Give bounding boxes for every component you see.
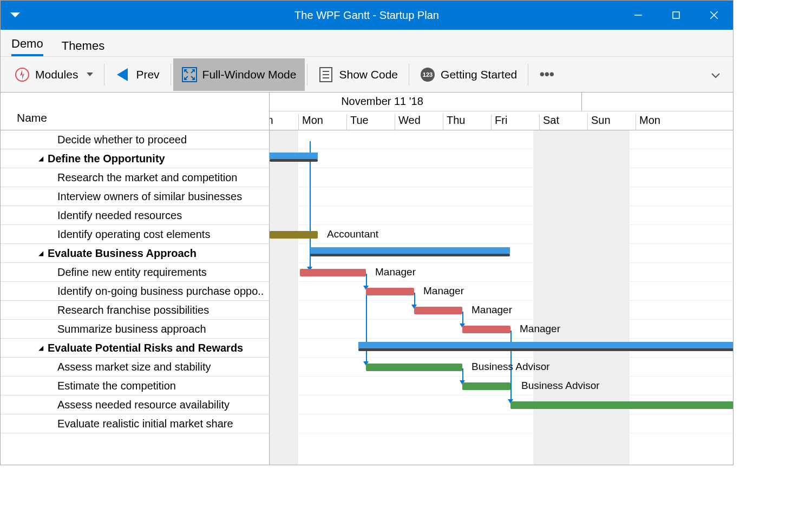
tree-row-label: Research the market and competition: [57, 171, 237, 184]
task-bar[interactable]: [300, 269, 366, 276]
task-bar[interactable]: [366, 288, 414, 295]
qat-dropdown-icon[interactable]: [1, 12, 30, 18]
prev-button[interactable]: Prev: [107, 58, 168, 91]
chart-area: Accountant Manager Manager Manager: [270, 130, 733, 465]
tree-row[interactable]: Assess needed resource availability: [1, 395, 269, 414]
modules-label: Modules: [35, 68, 78, 81]
tree-row[interactable]: Research franchise possibilities: [1, 301, 269, 320]
getting-started-button[interactable]: 123 Getting Started: [411, 58, 526, 91]
day-header: Sat: [539, 114, 587, 130]
gantt-row: [270, 130, 733, 149]
tree-rows: Decide whether to proceedDefine the Oppo…: [1, 130, 269, 465]
triangle-left-icon: [115, 67, 130, 82]
task-bar[interactable]: [366, 364, 462, 371]
task-bar[interactable]: [414, 307, 462, 314]
column-header-name[interactable]: Name: [1, 93, 269, 130]
resource-label: Business Advisor: [521, 380, 600, 392]
getting-started-label: Getting Started: [441, 68, 517, 81]
resource-label: Manager: [472, 304, 512, 316]
svg-marker-6: [20, 70, 22, 76]
document-list-icon: [318, 67, 333, 82]
modules-button[interactable]: Modules: [6, 58, 102, 91]
day-header: Sun: [270, 114, 298, 130]
gantt-row: [270, 414, 733, 433]
tree-row[interactable]: Define new entity requirements: [1, 263, 269, 282]
tree-row[interactable]: Identify operating cost elements: [1, 225, 269, 244]
tree-row-label: Identify on-going business purchase oppo…: [57, 285, 264, 298]
tree-row[interactable]: Assess market size and stability: [1, 358, 269, 377]
gantt-row: [270, 244, 733, 263]
gantt-chart[interactable]: November 11 '18 SunMonTueWedThuFriSatSun…: [270, 93, 733, 465]
tab-demo[interactable]: Demo: [11, 31, 43, 56]
tree-row[interactable]: Identify on-going business purchase oppo…: [1, 282, 269, 301]
gantt-row: Manager: [270, 320, 733, 339]
resource-label: Business Advisor: [472, 361, 550, 373]
tree-row[interactable]: Estimate the competition: [1, 377, 269, 395]
separator: [409, 64, 409, 85]
resource-label: Manager: [520, 323, 560, 335]
maximize-button[interactable]: [657, 1, 695, 30]
tree-row[interactable]: Define the Opportunity: [1, 149, 269, 168]
summary-bar[interactable]: [270, 153, 318, 159]
summary-bar[interactable]: [358, 342, 733, 348]
gantt-content: Name Decide whether to proceedDefine the…: [1, 93, 733, 465]
tree-row-label: Evaluate Business Approach: [48, 247, 197, 260]
task-bar[interactable]: [462, 382, 510, 390]
tree-row-label: Evaluate Potential Risks and Rewards: [48, 342, 243, 354]
tree-row-label: Interview owners of similar businesses: [57, 190, 242, 203]
tree-row[interactable]: Interview owners of similar businesses: [1, 187, 269, 206]
task-bar[interactable]: [270, 231, 318, 239]
tree-row-label: Evaluate realistic initial market share: [57, 418, 233, 430]
day-header: Fri: [491, 114, 539, 130]
show-code-button[interactable]: Show Code: [310, 58, 407, 91]
timeline-month-label: November 11 '18: [270, 95, 614, 108]
gantt-row: [270, 187, 733, 206]
tree-row[interactable]: Identify needed resources: [1, 206, 269, 225]
tree-row[interactable]: Evaluate Business Approach: [1, 244, 269, 263]
full-window-button[interactable]: Full-Window Mode: [173, 58, 305, 91]
tree-row[interactable]: Evaluate Potential Risks and Rewards: [1, 339, 269, 358]
task-bar[interactable]: [510, 401, 733, 409]
prev-label: Prev: [136, 68, 159, 81]
chevron-down-icon: [711, 73, 720, 78]
gantt-row: Business Advisor: [270, 377, 733, 395]
tree-row-label: Identify needed resources: [57, 209, 182, 222]
close-button[interactable]: [695, 1, 733, 30]
tree-row-label: Research franchise possibilities: [57, 304, 209, 316]
show-code-label: Show Code: [339, 68, 398, 81]
tree-row[interactable]: Evaluate realistic initial market share: [1, 414, 269, 433]
gantt-row: [270, 395, 733, 414]
summary-progress: [310, 254, 510, 256]
more-button[interactable]: •••: [531, 58, 563, 91]
timeline-header: November 11 '18 SunMonTueWedThuFriSatSun…: [270, 93, 733, 130]
tree-row[interactable]: Summarize business approach: [1, 320, 269, 339]
gantt-row: Manager: [270, 263, 733, 282]
tree-grid: Name Decide whether to proceedDefine the…: [1, 93, 270, 465]
numbers-123-icon: 123: [420, 67, 435, 82]
summary-bar[interactable]: [310, 247, 510, 254]
tree-row[interactable]: Research the market and competition: [1, 168, 269, 187]
separator: [307, 64, 307, 85]
collapse-ribbon-button[interactable]: [711, 68, 728, 81]
resource-label: Manager: [423, 285, 464, 297]
fullscreen-icon: [182, 67, 197, 82]
tree-row-label: Decide whether to proceed: [57, 134, 187, 146]
svg-text:123: 123: [423, 71, 433, 78]
minimize-button[interactable]: [619, 1, 657, 30]
summary-progress: [270, 159, 318, 162]
gantt-row: Manager: [270, 282, 733, 301]
tree-row[interactable]: Decide whether to proceed: [1, 130, 269, 149]
task-bar[interactable]: [462, 326, 510, 333]
separator: [171, 64, 171, 85]
ribbon-tabs: Demo Themes: [1, 30, 733, 57]
toolbar: Modules Prev Full-Window Mode Show Code …: [1, 57, 733, 93]
gantt-row: [270, 168, 733, 187]
gantt-row: Manager: [270, 301, 733, 320]
day-header: Mon: [298, 114, 346, 130]
tree-row-label: Assess market size and stability: [57, 361, 211, 373]
tab-themes[interactable]: Themes: [62, 34, 104, 56]
day-header: Mon: [636, 114, 684, 130]
gantt-row: [270, 206, 733, 225]
day-header: Wed: [395, 114, 443, 130]
tree-row-label: Summarize business approach: [57, 323, 206, 335]
